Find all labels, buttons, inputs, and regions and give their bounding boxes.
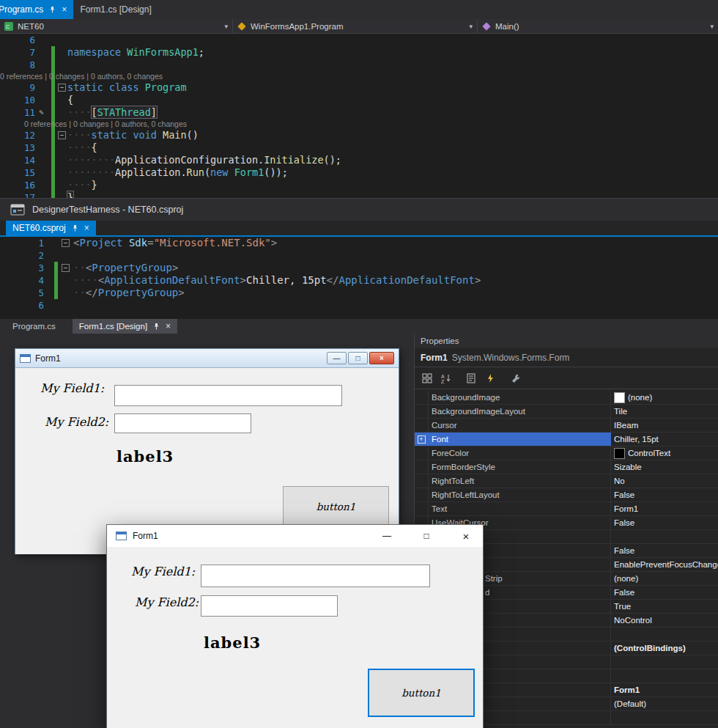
close-icon[interactable]: ×	[166, 322, 171, 331]
code-line: 1−<Project Sdk="Microsoft.NET.Sdk">	[0, 237, 718, 249]
property-value: Sizable	[611, 460, 718, 474]
type-dropdown[interactable]: WinFormsApp1.Program ▾	[233, 19, 478, 33]
close-button[interactable]: ×	[369, 352, 394, 364]
textbox1[interactable]	[201, 565, 430, 587]
property-value: False	[611, 516, 718, 529]
property-value: No	[611, 474, 718, 488]
alphabetical-sort-icon[interactable]: AZ	[440, 372, 453, 385]
property-value: NoControl	[611, 614, 718, 627]
property-row-forecolor[interactable]: ForeColorControlText	[415, 446, 718, 460]
label2: My Field2:	[45, 415, 108, 429]
selected-object-type: System.Windows.Forms.Form	[452, 353, 570, 363]
expand-icon[interactable]: +	[418, 435, 426, 444]
close-icon[interactable]: ×	[62, 5, 67, 14]
label2: My Field2:	[135, 595, 199, 609]
codelens-info[interactable]: 0 references | 0 changes | 0 authors, 0 …	[24, 119, 718, 129]
textbox1[interactable]	[114, 385, 342, 406]
property-row-font[interactable]: +FontChiller, 15pt	[415, 433, 718, 446]
textbox2[interactable]	[201, 595, 338, 617]
fold-collapse-icon[interactable]: −	[58, 84, 66, 92]
form-title: Form1	[133, 531, 364, 541]
code-navigation-bar: C NET60 ▾ WinFormsApp1.Program ▾ Main() …	[0, 19, 718, 34]
code-line: 13····{	[0, 141, 718, 154]
pin-icon[interactable]	[71, 224, 79, 232]
close-icon[interactable]: ×	[84, 224, 89, 232]
minimize-button[interactable]: —	[327, 352, 347, 364]
property-pages-icon[interactable]	[508, 372, 522, 385]
running-form-client-area: My Field1: My Field2: label3 button1	[107, 547, 483, 728]
property-value: (ControlBindings)	[611, 641, 718, 655]
harness-titlebar[interactable]: DesignerTestHarness - NET60.csproj	[0, 199, 718, 221]
expander-cell	[415, 391, 429, 404]
tab-program-cs-bottom[interactable]: Program.cs	[6, 319, 62, 334]
button1[interactable]: button1	[368, 669, 475, 717]
events-icon[interactable]	[484, 372, 497, 385]
label3: label3	[204, 633, 261, 652]
class-icon	[237, 22, 246, 31]
running-form-titlebar[interactable]: Form1 — □ ×	[107, 525, 483, 547]
form-title: Form1	[35, 353, 322, 364]
fold-collapse-icon[interactable]: −	[62, 239, 70, 247]
property-row-backgroundimagelayout[interactable]: BackgroundImageLayoutTile	[415, 405, 718, 419]
property-value: False	[611, 544, 718, 557]
close-button[interactable]: ×	[449, 525, 483, 547]
maximize-button[interactable]: □	[348, 352, 368, 364]
property-value: Form1	[611, 502, 718, 515]
minimize-button[interactable]: —	[370, 525, 404, 547]
property-value: IBeam	[611, 419, 718, 432]
pin-icon[interactable]	[48, 6, 56, 14]
property-name: BackgroundImage	[429, 391, 611, 404]
expander-cell	[415, 446, 429, 460]
categorized-icon[interactable]	[421, 372, 434, 385]
property-name: Cursor	[429, 419, 611, 432]
color-swatch	[614, 448, 625, 459]
property-row-text[interactable]: TextForm1	[415, 502, 718, 516]
tab-net60-csproj[interactable]: NET60.csproj ×	[6, 221, 96, 235]
property-row-backgroundimage[interactable]: BackgroundImage(none)	[415, 391, 718, 405]
code-line: 6	[0, 299, 718, 312]
tab-form1-design[interactable]: Form1.cs [Design]	[73, 0, 158, 19]
chevron-down-icon: ▾	[469, 23, 473, 30]
expander-cell	[415, 419, 429, 432]
member-dropdown[interactable]: Main() ▾	[478, 19, 718, 33]
object-selector-dropdown[interactable]: Form1 System.Windows.Forms.Form	[415, 348, 718, 367]
fold-collapse-icon[interactable]: −	[62, 264, 70, 272]
maximize-button[interactable]: □	[410, 525, 443, 547]
property-row-righttoleft[interactable]: RightToLeftNo	[415, 474, 718, 488]
property-row-cursor[interactable]: CursorIBeam	[415, 419, 718, 433]
designer-form-titlebar[interactable]: Form1 — □ ×	[15, 349, 399, 368]
expander-cell	[415, 460, 429, 474]
code-editor-program-cs[interactable]: 67namespace WinFormsApp1;80 references |…	[0, 34, 718, 198]
line-number: 6	[0, 299, 44, 312]
button1[interactable]: button1	[283, 486, 389, 526]
tab-program-cs[interactable]: Program.cs ×	[0, 0, 73, 19]
property-row-formborderstyle[interactable]: FormBorderStyleSizable	[415, 460, 718, 474]
property-value: (none)	[611, 572, 718, 585]
property-row-righttoleftlayout[interactable]: RightToLeftLayoutFalse	[415, 488, 718, 502]
project-dropdown[interactable]: C NET60 ▾	[0, 19, 233, 33]
property-value: Chiller, 15pt	[611, 433, 718, 446]
expander-cell	[415, 502, 429, 515]
code-line: 9−static class Program	[0, 81, 718, 94]
edit-marker-icon: ✎	[39, 106, 44, 119]
property-value: False	[611, 488, 718, 501]
codelens-info[interactable]: 0 references | 0 changes | 0 authors, 0 …	[0, 71, 718, 81]
tab-form1-design-bottom[interactable]: Form1.cs [Design] ×	[73, 319, 177, 334]
harness-window-title: DesignerTestHarness - NET60.csproj	[32, 205, 183, 215]
property-name: Font	[429, 433, 611, 446]
properties-toolbar: AZ	[415, 367, 718, 389]
property-name: Text	[429, 502, 611, 515]
method-icon	[482, 22, 491, 31]
project-dropdown-label: NET60	[18, 22, 44, 31]
pin-icon[interactable]	[152, 323, 160, 331]
properties-pane-title: Properties	[415, 334, 718, 348]
xml-editor-net60-csproj[interactable]: 1−<Project Sdk="Microsoft.NET.Sdk">23−··…	[0, 237, 718, 318]
fold-collapse-icon[interactable]: −	[58, 131, 66, 139]
line-number: 10	[0, 94, 35, 106]
line-number: 7	[0, 46, 35, 59]
property-value: Tile	[611, 405, 718, 418]
textbox2[interactable]	[114, 413, 251, 433]
properties-view-icon[interactable]	[465, 372, 478, 385]
line-number: 4	[0, 274, 44, 287]
property-value: (none)	[611, 391, 718, 404]
